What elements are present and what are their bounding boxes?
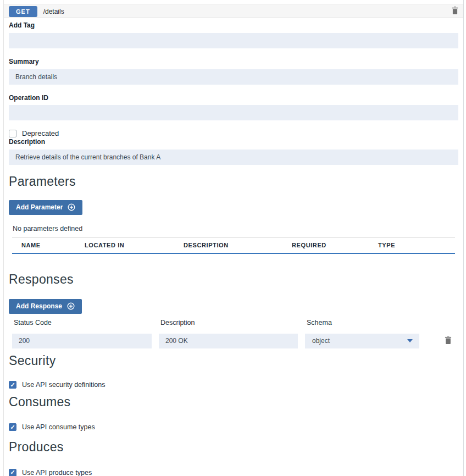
trash-icon xyxy=(452,7,458,16)
use-api-security-checkbox[interactable]: ✓ xyxy=(9,381,16,389)
deprecated-label: Deprecated xyxy=(22,129,59,137)
response-row: object xyxy=(12,334,458,348)
response-field-labels-row: Status Code Description Schema xyxy=(12,319,458,326)
add-tag-input[interactable] xyxy=(9,33,458,48)
description-input[interactable] xyxy=(9,150,458,165)
summary-label: Summary xyxy=(9,58,458,66)
schema-label: Schema xyxy=(305,319,419,326)
response-description-input[interactable] xyxy=(159,334,298,348)
schema-select[interactable]: object xyxy=(305,334,419,348)
operation-id-input[interactable] xyxy=(9,105,458,120)
schema-selected-value: object xyxy=(312,337,330,345)
column-header-located-in: LOCATED IN xyxy=(85,242,184,248)
column-header-type: TYPE xyxy=(378,242,455,248)
use-api-produce-checkbox[interactable]: ✓ xyxy=(9,469,16,476)
add-parameter-button-label: Add Parameter xyxy=(16,203,63,211)
status-code-label: Status Code xyxy=(12,319,152,326)
column-header-required: REQUIRED xyxy=(292,242,378,248)
use-api-produce-label: Use API produce types xyxy=(22,469,92,476)
parameters-table-header: NAME LOCATED IN DESCRIPTION REQUIRED TYP… xyxy=(12,237,455,254)
checkmark-icon: ✓ xyxy=(10,382,15,388)
add-parameter-button[interactable]: Add Parameter xyxy=(9,200,82,215)
produces-checkbox-row: ✓ Use API produce types xyxy=(9,469,458,476)
checkmark-icon: ✓ xyxy=(10,424,15,430)
status-code-input[interactable] xyxy=(12,334,152,348)
security-checkbox-row: ✓ Use API security definitions xyxy=(9,381,458,389)
delete-operation-button[interactable] xyxy=(452,7,458,16)
add-response-button[interactable]: Add Response xyxy=(9,299,82,314)
summary-input[interactable] xyxy=(9,69,458,85)
deprecated-checkbox[interactable] xyxy=(9,130,16,137)
operation-header-bar: GET /details xyxy=(4,4,463,18)
produces-heading: Produces xyxy=(9,440,458,455)
add-tag-label: Add Tag xyxy=(9,22,458,30)
description-label: Description xyxy=(9,139,458,146)
operation-path: /details xyxy=(43,8,64,15)
response-description-label: Description xyxy=(159,319,298,326)
plus-circle-icon xyxy=(68,203,75,211)
use-api-consume-checkbox[interactable]: ✓ xyxy=(9,423,16,431)
responses-heading: Responses xyxy=(9,273,458,287)
trash-icon xyxy=(445,336,452,346)
use-api-consume-label: Use API consume types xyxy=(22,423,95,431)
consumes-heading: Consumes xyxy=(9,395,458,409)
security-heading: Security xyxy=(9,354,458,368)
column-header-description: DESCRIPTION xyxy=(184,242,292,248)
deprecated-checkbox-row: Deprecated xyxy=(9,129,458,137)
parameters-heading: Parameters xyxy=(9,175,458,189)
operation-form: Add Tag Summary Operation ID Deprecated … xyxy=(4,22,463,476)
http-method-button[interactable]: GET xyxy=(9,6,37,17)
delete-response-button[interactable] xyxy=(445,336,452,346)
consumes-checkbox-row: ✓ Use API consume types xyxy=(9,423,458,431)
use-api-security-label: Use API security definitions xyxy=(22,381,105,389)
plus-circle-icon xyxy=(67,302,75,310)
operation-editor-panel: GET /details Add Tag Summary Operation I… xyxy=(3,0,464,476)
chevron-down-icon xyxy=(407,339,413,342)
column-header-name: NAME xyxy=(12,242,85,248)
add-response-button-label: Add Response xyxy=(16,302,62,310)
no-parameters-message: No parameters defined xyxy=(9,225,458,233)
checkmark-icon: ✓ xyxy=(10,469,15,475)
operation-id-label: Operation ID xyxy=(9,95,458,102)
